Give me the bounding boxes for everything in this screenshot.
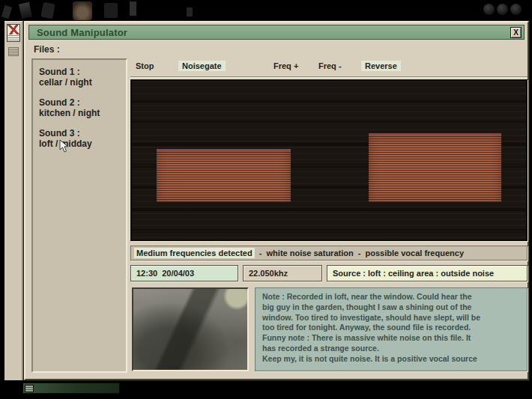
hud-circle-icon[interactable] (510, 4, 522, 15)
taskbar-app-icon (25, 385, 34, 392)
toolbar: Stop Noisegate Freq + Freq - Reverse (130, 58, 528, 76)
sound-item-3[interactable]: Sound 3 : loft / midday (39, 128, 120, 149)
note-line: Note : Recorded in loft, near the window… (262, 292, 520, 302)
stop-button[interactable]: Stop (132, 61, 157, 71)
frequency-field: 22.050khz (243, 265, 322, 281)
close-button[interactable]: X (510, 27, 522, 38)
pencil-icon[interactable] (1, 5, 12, 19)
reverse-button[interactable]: Reverse (361, 61, 401, 71)
noisegate-button[interactable]: Noisegate (178, 61, 226, 71)
freq-minus-button[interactable]: Freq - (315, 61, 345, 71)
note-line: Keep my, it is not quite noise. It is a … (262, 354, 520, 365)
app-document-icon[interactable] (7, 24, 20, 42)
candle-icon[interactable] (130, 1, 136, 16)
note-line: window. Too tired to investigate, should… (262, 313, 520, 323)
sound-manipulator-window: Sound Manipulator X Files : Sound 1 : ce… (24, 21, 529, 380)
waveform-block-1 (157, 149, 291, 202)
sound-list-panel: Sound 1 : cellar / night Sound 2 : kitch… (31, 58, 127, 373)
window-title: Sound Manipulator (37, 27, 127, 38)
sound-item-2[interactable]: Sound 2 : kitchen / night (39, 97, 120, 118)
freq-plus-button[interactable]: Freq + (270, 61, 302, 71)
knife-icon[interactable] (19, 2, 32, 19)
source-photo-thumbnail[interactable] (132, 287, 249, 371)
datetime-field: 12:30 20/04/03 (130, 265, 238, 281)
status-rest: - white noise saturation - possible voca… (255, 249, 464, 258)
hud-circle-icon[interactable] (497, 4, 508, 15)
sound-item-desc: kitchen / night (39, 108, 100, 118)
taskbar-item[interactable] (22, 383, 120, 394)
note-icon[interactable] (187, 7, 193, 16)
source-field: Source : loft : ceiling area : outside n… (327, 265, 528, 281)
side-dock (4, 21, 23, 380)
note-line: has recorded a strange source. (262, 344, 520, 354)
brush-icon[interactable] (40, 2, 55, 19)
titlebar[interactable]: Sound Manipulator X (28, 25, 525, 40)
note-text-panel: Note : Recorded in loft, near the window… (255, 287, 528, 371)
sound-item-1[interactable]: Sound 1 : cellar / night (39, 67, 120, 88)
note-line: too tired for tonight. Anyway, the sound… (262, 323, 520, 333)
status-highlight: Medium frequencies detected (134, 248, 255, 258)
sound-item-label: Sound 3 : (39, 128, 80, 138)
waveform-display[interactable] (130, 79, 528, 241)
analysis-status-bar: Medium frequencies detected - white nois… (130, 246, 528, 261)
list-icon[interactable] (8, 47, 19, 56)
note-line: Funny note : There is massive white nois… (262, 333, 520, 344)
hud-circle-icon[interactable] (483, 4, 495, 15)
sound-item-label: Sound 2 : (39, 97, 80, 108)
main-area: Stop Noisegate Freq + Freq - Reverse Med… (130, 58, 528, 373)
files-menu[interactable]: Files : (34, 44, 60, 55)
sound-item-desc: cellar / night (39, 77, 92, 88)
note-line: big guy in the garden, thought I saw a s… (262, 302, 520, 313)
hand-cursor-icon (57, 139, 70, 154)
sound-item-label: Sound 1 : (39, 67, 80, 77)
bottle-icon[interactable] (73, 1, 92, 20)
box-icon[interactable] (104, 3, 118, 18)
waveform-block-2 (369, 133, 501, 202)
